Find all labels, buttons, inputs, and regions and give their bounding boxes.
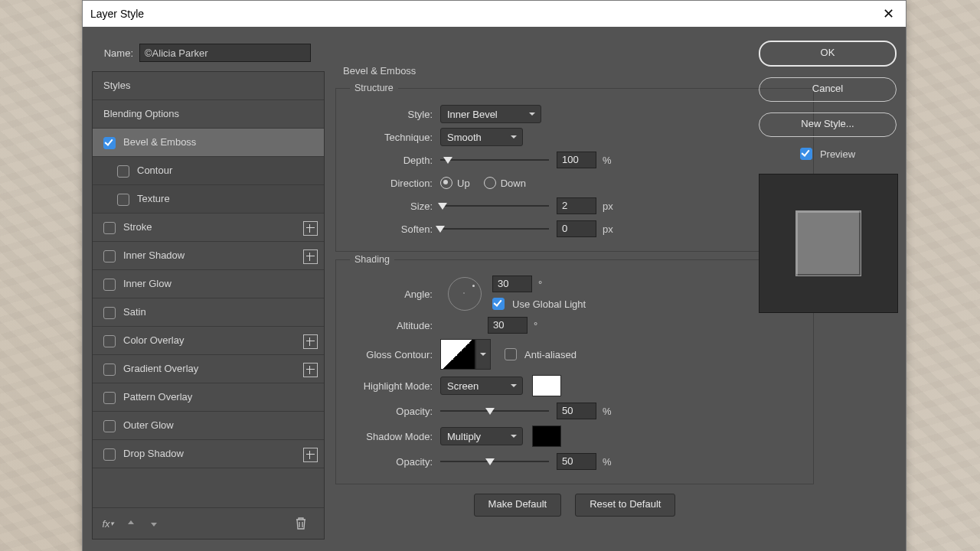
- add-effect-button[interactable]: [303, 448, 318, 462]
- gloss-contour-dropdown[interactable]: [475, 339, 491, 370]
- preview-checkbox[interactable]: [800, 148, 812, 160]
- depth-value[interactable]: 100: [557, 152, 596, 168]
- name-row: Name:: [96, 44, 311, 62]
- styles-header[interactable]: Styles: [93, 72, 324, 100]
- dialog-body: Name: Styles Blending Options Bevel & Em…: [83, 27, 906, 551]
- styles-item-texture[interactable]: Texture: [93, 185, 324, 214]
- size-value[interactable]: 2: [557, 197, 596, 214]
- direction-down-label: Down: [501, 178, 526, 189]
- reset-default-button[interactable]: Reset to Default: [575, 494, 675, 517]
- settings-panel: Bevel & Emboss Structure Style: Inner Be…: [335, 65, 814, 517]
- shadow-color-swatch[interactable]: [532, 425, 561, 447]
- cancel-button[interactable]: Cancel: [759, 77, 897, 102]
- shadow-opacity-slider[interactable]: [440, 456, 549, 467]
- styles-item-checkbox[interactable]: [117, 165, 129, 178]
- styles-item-label: Pattern Overlay: [123, 391, 192, 403]
- make-default-button[interactable]: Make Default: [474, 494, 562, 517]
- close-button[interactable]: ✕: [871, 1, 906, 27]
- styles-item-checkbox[interactable]: [103, 420, 116, 432]
- styles-item-checkbox[interactable]: [103, 307, 116, 319]
- styles-item-outer-glow[interactable]: Outer Glow: [93, 412, 324, 440]
- trash-icon[interactable]: [293, 516, 309, 531]
- styles-item-inner-glow[interactable]: Inner Glow: [93, 270, 324, 298]
- preview-label: Preview: [820, 148, 855, 160]
- angle-value[interactable]: 30: [492, 276, 532, 292]
- styles-item-label: Color Overlay: [123, 334, 184, 346]
- styles-item-label: Contour: [137, 165, 172, 176]
- shadow-mode-select[interactable]: Multiply: [440, 427, 523, 445]
- style-select[interactable]: Inner Bevel: [440, 105, 541, 123]
- styles-item-satin[interactable]: Satin: [93, 298, 324, 327]
- styles-item-checkbox[interactable]: [103, 279, 116, 291]
- styles-item-checkbox[interactable]: [103, 364, 116, 376]
- depth-slider[interactable]: [440, 155, 549, 165]
- styles-item-drop-shadow[interactable]: Drop Shadow: [93, 440, 324, 468]
- add-effect-button[interactable]: [303, 221, 318, 236]
- altitude-value[interactable]: 30: [488, 317, 528, 334]
- gloss-label: Gloss Contour:: [350, 349, 433, 360]
- right-column: OK Cancel New Style... Preview: [759, 41, 897, 313]
- layer-style-dialog: Layer Style ✕ Name: Styles Blending Opti…: [82, 0, 906, 551]
- styles-item-checkbox[interactable]: [103, 448, 116, 461]
- altitude-unit: °: [534, 320, 537, 331]
- direction-up-radio[interactable]: [440, 177, 452, 189]
- direction-up-label: Up: [457, 178, 470, 189]
- soften-unit: px: [603, 223, 613, 235]
- structure-title: Structure: [350, 83, 398, 93]
- add-effect-button[interactable]: [303, 334, 318, 349]
- direction-down-radio[interactable]: [484, 177, 496, 189]
- blending-options-label: Blending Options: [103, 108, 179, 119]
- technique-label: Technique:: [350, 132, 433, 143]
- highlight-opacity-unit: %: [603, 406, 612, 417]
- styles-item-contour[interactable]: Contour: [93, 157, 324, 185]
- size-slider[interactable]: [440, 201, 549, 211]
- direction-label: Direction:: [350, 178, 433, 189]
- highlight-color-swatch[interactable]: [532, 375, 561, 396]
- depth-label: Depth:: [350, 155, 433, 166]
- antialias-label: Anti-aliased: [524, 349, 577, 360]
- antialias-checkbox[interactable]: [505, 348, 517, 360]
- preview-swatch: [795, 210, 861, 276]
- arrow-down-icon[interactable]: [146, 516, 162, 531]
- styles-item-pattern-overlay[interactable]: Pattern Overlay: [93, 383, 324, 412]
- styles-item-label: Stroke: [123, 221, 152, 233]
- styles-item-checkbox[interactable]: [103, 392, 116, 404]
- styles-item-color-overlay[interactable]: Color Overlay: [93, 327, 324, 355]
- fx-icon[interactable]: fx▾: [100, 516, 116, 531]
- add-effect-button[interactable]: [303, 363, 318, 377]
- titlebar[interactable]: Layer Style ✕: [83, 1, 906, 27]
- styles-item-gradient-overlay[interactable]: Gradient Overlay: [93, 355, 324, 383]
- add-effect-button[interactable]: [303, 249, 318, 264]
- shadow-opacity-value[interactable]: 50: [557, 453, 596, 470]
- highlight-mode-label: Highlight Mode:: [350, 380, 433, 392]
- highlight-opacity-slider[interactable]: [440, 406, 549, 416]
- soften-value[interactable]: 0: [557, 220, 596, 237]
- global-light-checkbox[interactable]: [492, 298, 505, 310]
- angle-dial[interactable]: [448, 277, 482, 311]
- styles-item-bevel-emboss[interactable]: Bevel & Emboss: [93, 129, 324, 157]
- shadow-mode-label: Shadow Mode:: [350, 431, 433, 442]
- styles-item-checkbox[interactable]: [103, 137, 116, 149]
- arrow-up-icon[interactable]: [123, 516, 139, 531]
- shading-title: Shading: [350, 254, 394, 265]
- styles-footer: fx▾: [93, 507, 324, 539]
- soften-slider[interactable]: [440, 223, 549, 234]
- angle-label: Angle:: [350, 289, 433, 300]
- technique-select[interactable]: Smooth: [440, 128, 523, 146]
- styles-item-checkbox[interactable]: [103, 335, 116, 347]
- shadow-opacity-label: Opacity:: [350, 456, 433, 468]
- styles-blending-options[interactable]: Blending Options: [93, 100, 324, 129]
- gloss-contour-swatch[interactable]: [440, 339, 475, 370]
- styles-item-inner-shadow[interactable]: Inner Shadow: [93, 242, 324, 270]
- highlight-opacity-value[interactable]: 50: [557, 403, 596, 419]
- styles-item-checkbox[interactable]: [117, 194, 129, 206]
- styles-item-stroke[interactable]: Stroke: [93, 214, 324, 242]
- highlight-mode-select[interactable]: Screen: [440, 377, 523, 395]
- size-unit: px: [603, 201, 613, 212]
- name-input[interactable]: [139, 44, 311, 62]
- ok-button[interactable]: OK: [759, 41, 897, 67]
- new-style-button[interactable]: New Style...: [759, 112, 897, 137]
- styles-item-checkbox[interactable]: [103, 250, 116, 262]
- styles-item-checkbox[interactable]: [103, 222, 116, 234]
- global-light-label: Use Global Light: [512, 298, 586, 310]
